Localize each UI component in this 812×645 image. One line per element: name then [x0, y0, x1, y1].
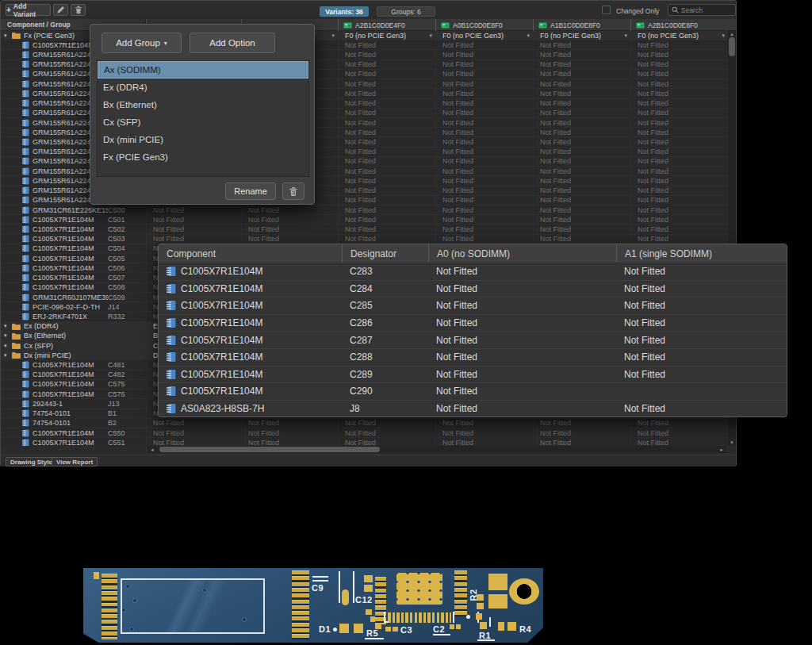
- fitted-state-cell[interactable]: Not Fitted: [533, 137, 630, 146]
- fitted-state-cell[interactable]: Not Fitted: [435, 118, 533, 127]
- component-row[interactable]: C1005X7R1E104MC502Not FittedNot FittedNo…: [1, 225, 728, 234]
- fitted-state-cell[interactable]: Not Fitted: [338, 118, 435, 127]
- rename-button[interactable]: Rename: [225, 182, 276, 200]
- fitted-state-cell[interactable]: Not Fitted: [435, 157, 533, 166]
- component-row[interactable]: C1005X7R1E104MC551Not FittedNot FittedNo…: [1, 438, 728, 446]
- variant-column-header[interactable]: A1B1C0D0E8F0: [533, 19, 630, 31]
- add-option-button[interactable]: Add Option: [190, 33, 275, 53]
- fitted-state-cell[interactable]: Not Fitted: [338, 438, 435, 446]
- fitted-state-cell[interactable]: Not Fitted: [435, 205, 533, 214]
- scroll-right-icon[interactable]: ▸: [718, 447, 725, 453]
- fitted-state-cell[interactable]: Not Fitted: [630, 438, 728, 446]
- tree-expand-icon[interactable]: ▾: [4, 332, 10, 339]
- fitted-state-cell[interactable]: Not Fitted: [338, 128, 435, 136]
- callout-column-header[interactable]: A1 (single SODIMM): [616, 244, 787, 263]
- callout-row[interactable]: AS0A823-H8SB-7HJ8Not FittedNot Fitted: [159, 401, 787, 417]
- fitted-state-cell[interactable]: Not Fitted: [630, 167, 728, 175]
- drawing-style-button[interactable]: Drawing Style: [6, 457, 57, 466]
- fitted-state-cell[interactable]: Not Fitted: [435, 40, 533, 49]
- fitted-state-cell[interactable]: Not Fitted: [533, 148, 630, 156]
- callout-row[interactable]: C1005X7R1E104MC286Not FittedNot Fitted: [159, 315, 787, 332]
- fitted-state-cell[interactable]: Not Fitted: [630, 196, 728, 205]
- fitted-state-cell[interactable]: Not Fitted: [435, 196, 533, 205]
- variant-option-dropdown[interactable]: F0 (no PCIE Gen3)▾: [533, 31, 630, 40]
- fitted-state-cell[interactable]: Not Fitted: [146, 225, 241, 233]
- fitted-state-cell[interactable]: Not Fitted: [435, 79, 533, 88]
- fitted-state-cell[interactable]: Not Fitted: [533, 89, 630, 98]
- fitted-state-cell[interactable]: Not Fitted: [533, 205, 630, 214]
- fitted-state-cell[interactable]: Not Fitted: [241, 419, 338, 428]
- fitted-state-cell[interactable]: Not Fitted: [338, 215, 435, 224]
- callout-row[interactable]: C1005X7R1E104MC287Not FittedNot Fitted: [159, 332, 787, 349]
- search-input[interactable]: [681, 6, 729, 14]
- fitted-state-cell[interactable]: Not Fitted: [241, 235, 338, 244]
- component-row[interactable]: C1005X7R1E104MC550Not FittedNot FittedNo…: [1, 428, 728, 438]
- fitted-state-cell[interactable]: Not Fitted: [338, 235, 435, 244]
- fitted-state-cell[interactable]: Not Fitted: [338, 157, 435, 166]
- fitted-state-cell[interactable]: Not Fitted: [630, 148, 728, 156]
- fitted-state-cell[interactable]: Not Fitted: [533, 99, 630, 108]
- fitted-state-cell[interactable]: Not Fitted: [435, 215, 533, 224]
- callout-column-header[interactable]: A0 (no SODIMM): [428, 244, 616, 263]
- fitted-state-cell[interactable]: Not Fitted: [533, 79, 630, 88]
- fitted-state-cell[interactable]: Not Fitted: [338, 225, 435, 233]
- callout-row[interactable]: C1005X7R1E104MC283Not FittedNot Fitted: [159, 263, 787, 281]
- fitted-state-cell[interactable]: Not Fitted: [630, 40, 728, 49]
- fitted-state-cell[interactable]: Not Fitted: [435, 148, 533, 156]
- fitted-state-cell[interactable]: Not Fitted: [241, 215, 338, 224]
- chevron-down-icon[interactable]: ▾: [527, 31, 530, 40]
- fitted-state-cell[interactable]: Not Fitted: [338, 89, 435, 98]
- component-row[interactable]: C1005X7R1E104MC503Not FittedNot FittedNo…: [1, 235, 728, 244]
- group-list-item[interactable]: Dx (mini PCIE): [98, 131, 308, 148]
- fitted-state-cell[interactable]: Not Fitted: [435, 419, 533, 428]
- fitted-state-cell[interactable]: Not Fitted: [241, 438, 338, 446]
- fitted-state-cell[interactable]: Not Fitted: [241, 225, 338, 233]
- fitted-state-cell[interactable]: Not Fitted: [630, 118, 728, 127]
- component-row[interactable]: C1005X7R1E104MC501Not FittedNot FittedNo…: [1, 215, 728, 225]
- fitted-state-cell[interactable]: Not Fitted: [630, 215, 728, 224]
- callout-row[interactable]: C1005X7R1E104MC290Not Fitted: [159, 383, 787, 401]
- fitted-state-cell[interactable]: Not Fitted: [338, 176, 435, 185]
- fitted-state-cell[interactable]: Not Fitted: [630, 137, 728, 146]
- fitted-state-cell[interactable]: Not Fitted: [533, 438, 630, 446]
- edit-variant-button[interactable]: [53, 4, 68, 16]
- fitted-state-cell[interactable]: Not Fitted: [338, 148, 435, 156]
- variant-option-dropdown[interactable]: F0 (no PCIE Gen3)▾: [435, 31, 533, 40]
- fitted-state-cell[interactable]: Not Fitted: [533, 428, 630, 437]
- fitted-state-cell[interactable]: Not Fitted: [630, 60, 728, 69]
- fitted-state-cell[interactable]: Not Fitted: [435, 176, 533, 185]
- fitted-state-cell[interactable]: Not Fitted: [338, 428, 435, 437]
- fitted-state-cell[interactable]: Not Fitted: [630, 157, 728, 166]
- fitted-state-cell[interactable]: Not Fitted: [533, 40, 630, 49]
- fitted-state-cell[interactable]: Not Fitted: [338, 419, 435, 428]
- fitted-state-cell[interactable]: Not Fitted: [533, 118, 630, 127]
- fitted-state-cell[interactable]: Not Fitted: [338, 167, 435, 175]
- tree-expand-icon[interactable]: ▾: [4, 33, 10, 39]
- fitted-state-cell[interactable]: Not Fitted: [630, 128, 728, 136]
- fitted-state-cell[interactable]: Not Fitted: [338, 99, 435, 108]
- fitted-state-cell[interactable]: Not Fitted: [533, 419, 630, 428]
- fitted-state-cell[interactable]: Not Fitted: [630, 50, 728, 59]
- add-variant-button[interactable]: + Add Variant: [6, 4, 51, 16]
- fitted-state-cell[interactable]: Not Fitted: [630, 99, 728, 108]
- variant-column-header[interactable]: A0B1C0D0E8F0: [435, 19, 533, 31]
- variants-tab[interactable]: Variants: 36: [320, 6, 369, 17]
- chevron-down-icon[interactable]: ▾: [331, 31, 335, 40]
- fitted-state-cell[interactable]: Not Fitted: [630, 428, 728, 437]
- fitted-state-cell[interactable]: Not Fitted: [338, 40, 435, 49]
- fitted-state-cell[interactable]: Not Fitted: [338, 70, 435, 79]
- fitted-state-cell[interactable]: Not Fitted: [435, 186, 533, 195]
- group-list-item[interactable]: Bx (Ethernet): [98, 96, 308, 113]
- fitted-state-cell[interactable]: Not Fitted: [435, 225, 533, 233]
- fitted-state-cell[interactable]: Not Fitted: [533, 50, 630, 59]
- fitted-state-cell[interactable]: Not Fitted: [435, 137, 533, 146]
- fitted-state-cell[interactable]: Not Fitted: [338, 205, 435, 214]
- fitted-state-cell[interactable]: Not Fitted: [338, 196, 435, 205]
- fitted-state-cell[interactable]: Not Fitted: [630, 109, 728, 117]
- fitted-state-cell[interactable]: Not Fitted: [435, 99, 533, 108]
- variant-column-header[interactable]: A2B1C0D0E4F0: [338, 19, 435, 31]
- fitted-state-cell[interactable]: Not Fitted: [533, 225, 630, 233]
- fitted-state-cell[interactable]: Not Fitted: [533, 196, 630, 205]
- horizontal-scrollbar[interactable]: ◂ ▸: [147, 446, 726, 453]
- component-row[interactable]: GRM31CR61E226KE15LC500Not FittedNot Fitt…: [1, 205, 728, 215]
